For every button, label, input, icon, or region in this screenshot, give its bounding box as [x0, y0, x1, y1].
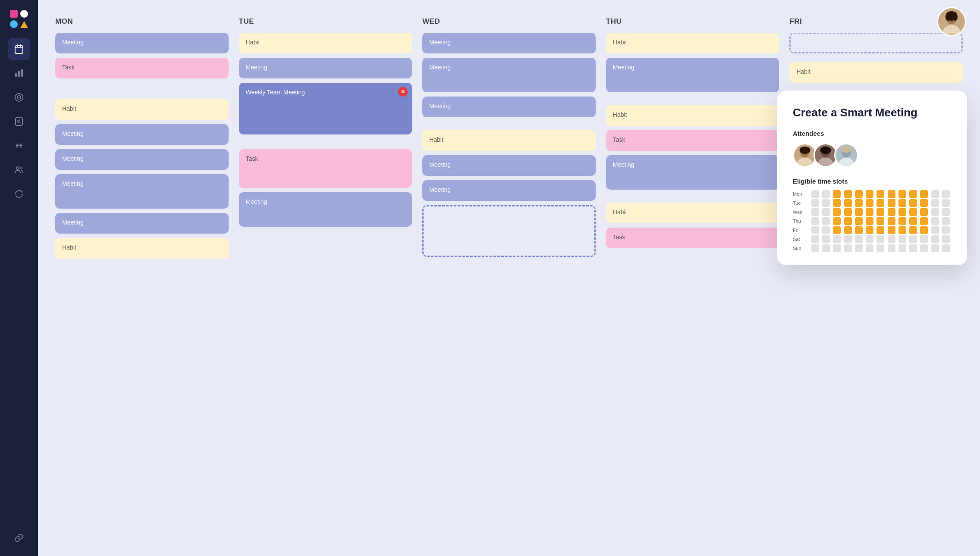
svg-point-8 [20, 167, 22, 169]
fri-habit-1[interactable]: Habit [789, 62, 963, 83]
tg-cell-mon-7 [888, 190, 895, 198]
mon-habit-2[interactable]: Habit [55, 238, 229, 259]
tue-task-1[interactable]: Task [239, 149, 412, 188]
smart-meeting-panel: Create a Smart Meeting Attendees [777, 91, 967, 265]
wed-meeting-2[interactable]: Meeting [422, 58, 596, 92]
tg-cell-tue-1 [822, 199, 830, 207]
tg-cell-sun-5 [866, 244, 873, 252]
tg-cell-sat-5 [866, 235, 873, 243]
sidebar-item-tasks[interactable] [8, 110, 30, 133]
tg-cell-fri-11 [931, 226, 939, 234]
mon-habit-1[interactable]: Habit [55, 99, 229, 120]
mon-meeting-4[interactable]: Meeting [55, 174, 229, 209]
thu-habit-3[interactable]: Habit [606, 203, 779, 223]
tg-cell-sat-11 [931, 235, 939, 243]
tg-cell-thu-2 [833, 217, 841, 225]
tg-cell-fri-10 [920, 226, 928, 234]
time-grid-table: MonTueWedThuFriSatSun [793, 190, 952, 252]
mon-meeting-1[interactable]: Meeting [55, 33, 229, 53]
tg-cell-sun-7 [888, 244, 895, 252]
tue-weekly-meeting[interactable]: Weekly Team Meeting ✕ [239, 83, 412, 134]
sidebar [0, 0, 38, 556]
day-column-wed: WED Meeting Meeting Meeting Habit Meetin… [422, 17, 596, 547]
sidebar-item-circle[interactable] [8, 86, 30, 109]
tg-cell-thu-1 [822, 217, 830, 225]
tg-cell-tue-3 [844, 199, 852, 207]
tg-cell-thu-10 [920, 217, 928, 225]
tg-cell-tue-12 [942, 199, 950, 207]
tue-habit-1[interactable]: Habit [239, 33, 412, 53]
tg-cell-fri-12 [942, 226, 950, 234]
tg-cell-sat-3 [844, 235, 852, 243]
tg-cell-tue-5 [866, 199, 873, 207]
tg-cell-sat-8 [898, 235, 906, 243]
mon-meeting-5[interactable]: Meeting [55, 213, 229, 234]
wed-meeting-1[interactable]: Meeting [422, 33, 596, 53]
tg-cell-thu-3 [844, 217, 852, 225]
tue-spacer [239, 139, 412, 145]
tg-cell-wed-3 [844, 208, 852, 216]
mon-task-1[interactable]: Task [55, 58, 229, 78]
wed-meeting-4[interactable]: Meeting [422, 155, 596, 176]
tg-cell-tue-7 [888, 199, 895, 207]
tg-cell-thu-5 [866, 217, 873, 225]
sidebar-item-refresh[interactable] [8, 183, 30, 205]
tg-cell-sat-10 [920, 235, 928, 243]
day-header-thu: THU [606, 17, 779, 26]
user-avatar[interactable] [937, 7, 966, 36]
panel-title: Create a Smart Meeting [793, 106, 952, 119]
logo-sq [10, 10, 18, 18]
thu-meeting-1[interactable]: Meeting [606, 58, 779, 92]
thu-task-1[interactable]: Task [606, 130, 779, 151]
tg-cell-fri-6 [876, 226, 884, 234]
tg-day-label-sat: Sat [793, 235, 810, 243]
tg-cell-thu-12 [942, 217, 950, 225]
sidebar-item-analytics[interactable] [8, 62, 30, 84]
logo-circle [20, 10, 28, 18]
attendees-row [793, 143, 952, 167]
tue-meeting-2[interactable]: Meeting [239, 192, 412, 227]
tg-cell-thu-9 [909, 217, 917, 225]
svg-rect-1 [15, 73, 17, 77]
tg-cell-mon-0 [811, 190, 819, 198]
attendee-3[interactable] [834, 143, 858, 167]
wed-dashed-slot[interactable] [422, 205, 596, 257]
sidebar-item-calendar[interactable] [8, 38, 30, 60]
thu-task-2[interactable]: Task [606, 228, 779, 248]
tg-cell-wed-7 [888, 208, 895, 216]
tue-meeting-1[interactable]: Meeting [239, 58, 412, 78]
sidebar-item-sync[interactable] [8, 134, 30, 157]
thu-habit-2[interactable]: Habit [606, 105, 779, 126]
wed-habit-1[interactable]: Habit [422, 130, 596, 151]
tg-cell-fri-2 [833, 226, 841, 234]
tg-cell-sat-0 [811, 235, 819, 243]
tg-day-label-thu: Thu [793, 217, 810, 225]
thu-habit-1[interactable]: Habit [606, 33, 779, 53]
day-column-thu: THU Habit Meeting Habit Task Meeting Hab… [606, 17, 779, 547]
wed-meeting-5[interactable]: Meeting [422, 180, 596, 201]
svg-point-15 [946, 11, 957, 16]
logo-tri [20, 21, 28, 28]
mon-meeting-3[interactable]: Meeting [55, 149, 229, 170]
time-slots-label: Eligible time slots [793, 178, 952, 185]
tg-cell-sat-12 [942, 235, 950, 243]
tg-cell-sun-2 [833, 244, 841, 252]
sidebar-item-users[interactable] [8, 159, 30, 181]
sidebar-item-link[interactable] [8, 527, 30, 549]
weekly-meeting-close[interactable]: ✕ [398, 87, 408, 97]
tg-cell-wed-0 [811, 208, 819, 216]
thu-spacer-1 [606, 97, 779, 101]
thu-meeting-2[interactable]: Meeting [606, 155, 779, 190]
tg-day-label-tue: Tue [793, 199, 810, 207]
tg-cell-tue-0 [811, 199, 819, 207]
tg-cell-fri-0 [811, 226, 819, 234]
tg-cell-wed-1 [822, 208, 830, 216]
tg-cell-fri-1 [822, 226, 830, 234]
main-content: MON Meeting Task Habit Meeting Meeting M… [38, 0, 980, 556]
tg-cell-sat-9 [909, 235, 917, 243]
tg-cell-tue-2 [833, 199, 841, 207]
mon-meeting-2[interactable]: Meeting [55, 124, 229, 145]
tg-cell-mon-1 [822, 190, 830, 198]
wed-meeting-3[interactable]: Meeting [422, 97, 596, 117]
tg-cell-tue-4 [855, 199, 863, 207]
